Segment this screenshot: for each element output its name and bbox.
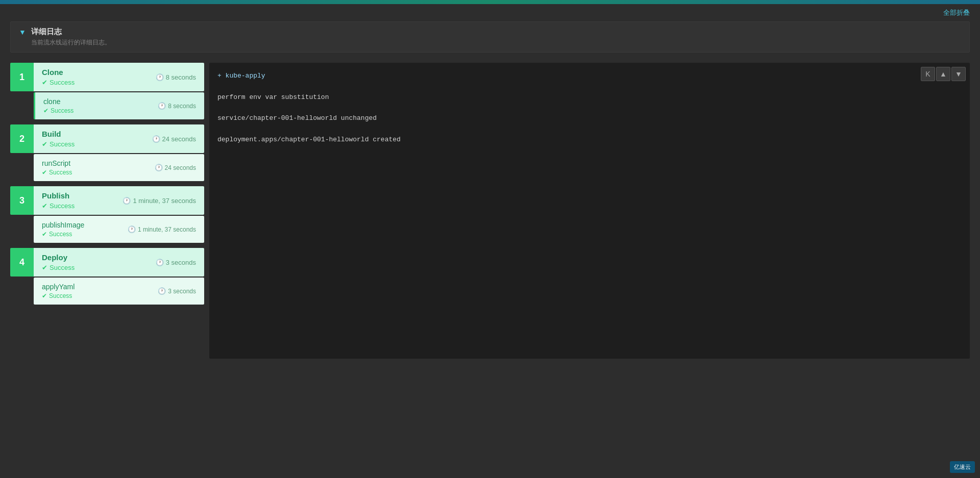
stage-header-2[interactable]: 2Build✔ Success🕐 24 seconds [10, 124, 204, 153]
clock-icon: 🕐 [155, 164, 163, 171]
stage-number-2: 2 [10, 124, 34, 153]
step-spacer-3-1 [10, 216, 34, 243]
collapse-all-link[interactable]: 全部折叠 [943, 8, 970, 17]
stage-name-3: Publish [42, 191, 75, 200]
step-item-1-1: clone✔ Success🕐 8 seconds [10, 92, 204, 119]
log-panel: K▲▼ + kube-applyperform env var substitu… [209, 63, 970, 359]
stage-name-1: Clone [42, 68, 75, 77]
step-item-2-1: runScript✔ Success🕐 24 seconds [10, 154, 204, 181]
step-info-4-1[interactable]: applyYaml✔ Success🕐 3 seconds [34, 278, 204, 305]
step-name-1-1: clone [43, 97, 74, 106]
clock-icon: 🕐 [156, 259, 164, 266]
stage-info-1[interactable]: Clone✔ Success🕐 8 seconds [34, 63, 204, 91]
check-icon: ✔ [42, 264, 47, 271]
stage-time-1: 🕐 8 seconds [156, 73, 196, 81]
step-spacer-2-1 [10, 154, 34, 181]
step-status-4-1: ✔ Success [42, 292, 75, 299]
stage-time-4: 🕐 3 seconds [156, 259, 196, 266]
log-line-0: + kube-apply [217, 71, 962, 82]
check-icon: ✔ [43, 107, 48, 114]
step-name-2-1: runScript [42, 159, 72, 167]
check-icon: ✔ [42, 202, 47, 210]
detail-log-header: ▼ 详细日志 当前流水线运行的详细日志。 [11, 22, 969, 52]
stage-status-4: ✔ Success [42, 264, 75, 271]
step-time-1-1: 🕐 8 seconds [158, 102, 196, 110]
step-time-2-1: 🕐 24 seconds [155, 164, 196, 171]
clock-icon: 🕐 [156, 73, 164, 81]
step-time-4-1: 🕐 3 seconds [158, 287, 196, 295]
step-item-4-1: applyYaml✔ Success🕐 3 seconds [10, 278, 204, 305]
step-name-3-1: publishImage [42, 221, 84, 229]
detail-log-title: 详细日志 [31, 27, 111, 37]
clock-icon: 🕐 [158, 102, 166, 110]
stage-group-3: 3Publish✔ Success🕐 1 minute, 37 secondsp… [10, 186, 204, 244]
stage-info-3[interactable]: Publish✔ Success🕐 1 minute, 37 seconds [34, 186, 204, 215]
check-icon: ✔ [42, 169, 47, 176]
detail-log-subtitle: 当前流水线运行的详细日志。 [31, 38, 111, 47]
step-status-1-1: ✔ Success [43, 107, 74, 114]
log-nav-btn-0[interactable]: K [921, 67, 935, 81]
stage-number-3: 3 [10, 186, 34, 215]
step-info-1-1[interactable]: clone✔ Success🕐 8 seconds [34, 92, 204, 119]
step-name-4-1: applyYaml [42, 283, 75, 291]
log-content: + kube-applyperform env var substitution… [209, 63, 970, 164]
step-time-3-1: 🕐 1 minute, 37 seconds [128, 225, 196, 233]
stage-name-2: Build [42, 130, 75, 138]
collapse-bar: 全部折叠 [0, 4, 980, 21]
stage-header-4[interactable]: 4Deploy✔ Success🕐 3 seconds [10, 248, 204, 276]
step-item-3-1: publishImage✔ Success🕐 1 minute, 37 seco… [10, 216, 204, 243]
stage-group-4: 4Deploy✔ Success🕐 3 secondsapplyYaml✔ Su… [10, 248, 204, 306]
stage-number-1: 1 [10, 63, 34, 91]
stage-status-2: ✔ Success [42, 140, 75, 148]
stage-header-1[interactable]: 1Clone✔ Success🕐 8 seconds [10, 63, 204, 91]
stage-header-3[interactable]: 3Publish✔ Success🕐 1 minute, 37 seconds [10, 186, 204, 215]
stage-info-4[interactable]: Deploy✔ Success🕐 3 seconds [34, 248, 204, 276]
pipeline-list: 1Clone✔ Success🕐 8 secondsclone✔ Success… [10, 63, 204, 359]
clock-icon: 🕐 [152, 135, 160, 143]
stage-status-3: ✔ Success [42, 202, 75, 210]
watermark: 亿速云 [950, 461, 975, 473]
check-icon: ✔ [42, 292, 47, 299]
stage-info-2[interactable]: Build✔ Success🕐 24 seconds [34, 124, 204, 153]
step-spacer-4-1 [10, 278, 34, 305]
clock-icon: 🕐 [158, 287, 166, 295]
stage-status-1: ✔ Success [42, 79, 75, 86]
stage-time-2: 🕐 24 seconds [152, 135, 197, 143]
step-info-3-1[interactable]: publishImage✔ Success🕐 1 minute, 37 seco… [34, 216, 204, 243]
top-bar [0, 0, 980, 4]
log-line-2: service/chapter-001-helloworld unchanged [217, 113, 962, 124]
log-nav-btn-2[interactable]: ▼ [951, 67, 966, 81]
main-content: 1Clone✔ Success🕐 8 secondsclone✔ Success… [0, 63, 980, 369]
stage-group-1: 1Clone✔ Success🕐 8 secondsclone✔ Success… [10, 63, 204, 120]
stage-name-4: Deploy [42, 253, 75, 262]
detail-log-section: ▼ 详细日志 当前流水线运行的详细日志。 [10, 21, 970, 53]
chevron-icon[interactable]: ▼ [19, 28, 26, 36]
log-line-3: deployment.apps/chapter-001-helloworld c… [217, 135, 962, 145]
check-icon: ✔ [42, 79, 47, 86]
step-status-3-1: ✔ Success [42, 231, 84, 238]
log-line-1: perform env var substitution [217, 92, 962, 103]
check-icon: ✔ [42, 140, 47, 148]
step-status-2-1: ✔ Success [42, 169, 72, 176]
clock-icon: 🕐 [122, 197, 131, 205]
clock-icon: 🕐 [128, 225, 136, 233]
step-info-2-1[interactable]: runScript✔ Success🕐 24 seconds [34, 154, 204, 181]
step-spacer-1-1 [10, 92, 34, 119]
log-toolbar: K▲▼ [921, 67, 966, 81]
stage-time-3: 🕐 1 minute, 37 seconds [122, 197, 196, 205]
check-icon: ✔ [42, 231, 47, 238]
stage-group-2: 2Build✔ Success🕐 24 secondsrunScript✔ Su… [10, 124, 204, 182]
stage-number-4: 4 [10, 248, 34, 276]
log-nav-btn-1[interactable]: ▲ [936, 67, 950, 81]
